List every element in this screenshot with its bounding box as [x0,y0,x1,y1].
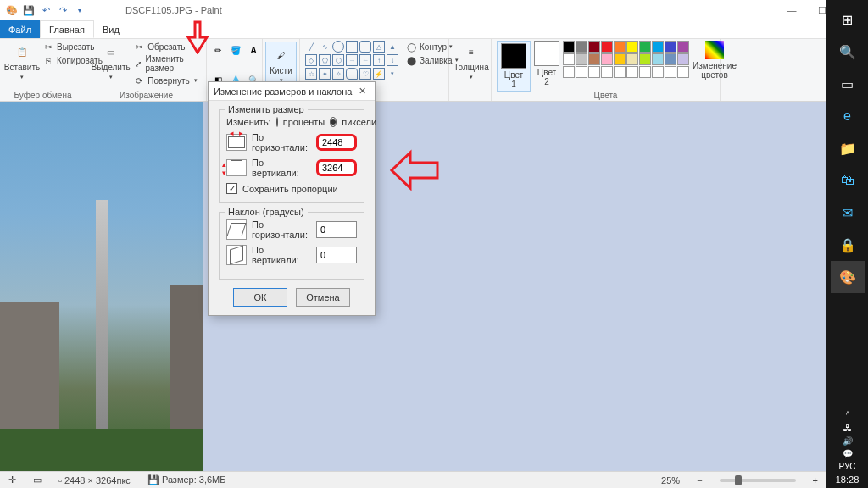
undo-icon[interactable]: ↶ [39,3,53,17]
photo-building-right [170,285,203,437]
skew-v-input[interactable] [316,247,357,263]
status-dimensions: ▫ 2448 × 3264пкс [58,475,131,485]
save-icon[interactable]: 💾 [22,3,36,17]
lock-icon[interactable]: 🔒 [831,229,865,261]
color-palette[interactable] [563,41,689,78]
radio-pixels[interactable] [330,117,337,127]
color-swatch[interactable] [665,41,676,53]
group-colors-label: Цвета [492,91,720,100]
paint-taskbar-icon[interactable]: 🎨 [831,261,865,293]
aspect-checkbox[interactable]: ✓ [226,183,237,194]
resize-icon: ⤢ [133,58,142,69]
skew-h-input[interactable] [316,221,357,238]
text-icon[interactable]: A [248,44,259,56]
radio-percent[interactable] [276,117,278,127]
color-swatch[interactable] [652,66,664,78]
color-swatch[interactable] [639,66,651,78]
dialog-titlebar[interactable]: Изменение размеров и наклона ✕ [209,82,375,101]
color-swatch[interactable] [626,53,638,65]
cursor-pos-icon: ✛ [8,474,16,485]
zoom-out-button[interactable]: − [697,475,702,485]
start-button[interactable]: ⊞ [831,3,865,36]
photo-foreground [0,429,203,471]
qat-dropdown-icon[interactable]: ▾ [73,3,86,17]
system-tray[interactable]: ＾ 🖧 🔊 💬 [843,405,853,462]
size-button[interactable]: ≡ Толщина ▾ [454,41,488,82]
annotation-arrow-left [388,149,439,191]
ribbon-tabs: Файл Главная Вид ? [0,20,868,39]
color1-button[interactable]: Цвет 1 [497,41,531,92]
horizontal-icon: ◂▸ [226,134,247,151]
color-swatch[interactable] [652,53,664,65]
paint-app-icon: 🎨 [5,3,19,17]
color-swatch[interactable] [601,66,613,78]
tray-expand-icon[interactable]: ＾ [843,408,852,420]
pencil-icon[interactable]: ✏ [212,44,224,56]
color-swatch[interactable] [576,53,587,65]
tab-home[interactable]: Главная [40,20,94,38]
fill-icon[interactable]: 🪣 [230,44,242,56]
cancel-button[interactable]: Отмена [296,288,350,307]
color2-button[interactable]: Цвет 2 [534,41,559,86]
resize-button[interactable]: ⤢Изменить размер [133,54,201,73]
edge-icon[interactable]: e [831,100,865,132]
color-swatch[interactable] [588,53,600,65]
color-swatch[interactable] [588,66,600,78]
title-bar: 🎨 💾 ↶ ↷ ▾ DSCF1105.JPG - Paint — ☐ ✕ [0,0,868,20]
ok-button[interactable]: ОК [233,288,287,307]
rotate-button[interactable]: ⟳Повернуть▾ [133,75,201,86]
redo-icon[interactable]: ↷ [56,3,70,17]
task-view-icon[interactable]: ▭ [831,68,865,100]
image-canvas[interactable] [0,102,203,471]
color-swatch[interactable] [639,41,651,53]
color-swatch[interactable] [563,41,575,53]
search-icon[interactable]: 🔍 [831,36,865,68]
clock[interactable]: 18:28 [836,471,860,488]
color-swatch[interactable] [614,41,626,53]
store-icon[interactable]: 🛍 [831,164,865,197]
color-swatch[interactable] [677,53,689,65]
vertical-input[interactable] [316,159,357,176]
volume-icon[interactable]: 🔊 [843,436,853,446]
color-swatch[interactable] [601,53,613,65]
color-swatch[interactable] [677,41,689,53]
color-swatch[interactable] [614,66,626,78]
color-swatch[interactable] [639,53,651,65]
network-icon[interactable]: 🖧 [843,424,852,433]
skew-legend: Наклон (градусы) [225,207,308,217]
color-swatch[interactable] [665,66,676,78]
color-swatch[interactable] [601,41,613,53]
color-swatch[interactable] [576,41,587,53]
paste-button[interactable]: 📋 Вставить ▾ [5,41,39,82]
group-image-label: Изображение [86,91,206,100]
copy-icon: ⎘ [42,54,54,66]
zoom-in-button[interactable]: + [813,475,818,485]
tab-view[interactable]: Вид [94,20,128,38]
color-swatch[interactable] [576,66,587,78]
color-swatch[interactable] [665,53,676,65]
color-swatch[interactable] [588,41,600,53]
language-indicator[interactable]: РУС [838,462,855,471]
photo-monument [96,200,108,429]
outlook-icon[interactable]: ✉ [831,197,865,229]
zoom-slider[interactable] [720,479,796,482]
color-swatch[interactable] [652,41,664,53]
notifications-icon[interactable]: 💬 [843,449,853,458]
horizontal-input[interactable] [316,134,357,151]
shapes-gallery[interactable]: ╱∿△▲ ◇⬠⬡→←↑↓ ☆✦✧♡⚡▾ [305,41,398,80]
color-swatch[interactable] [563,66,575,78]
radio-pixels-label: пиксели [342,117,376,127]
color-swatch[interactable] [626,41,638,53]
edit-colors-button[interactable]: Изменение цветов [693,41,737,80]
color-swatch[interactable] [677,66,689,78]
dialog-close-button[interactable]: ✕ [354,84,370,99]
ribbon: 📋 Вставить ▾ ✂Вырезать ⎘Копировать Буфер… [0,39,868,102]
color-swatch[interactable] [614,53,626,65]
select-button[interactable]: ▭ Выделить ▾ [92,41,130,82]
minimize-button[interactable]: — [776,0,807,20]
tab-file[interactable]: Файл [0,20,40,38]
group-clipboard-label: Буфер обмена [0,91,86,100]
explorer-icon[interactable]: 📁 [831,132,865,164]
color-swatch[interactable] [626,66,638,78]
color-swatch[interactable] [563,53,575,65]
